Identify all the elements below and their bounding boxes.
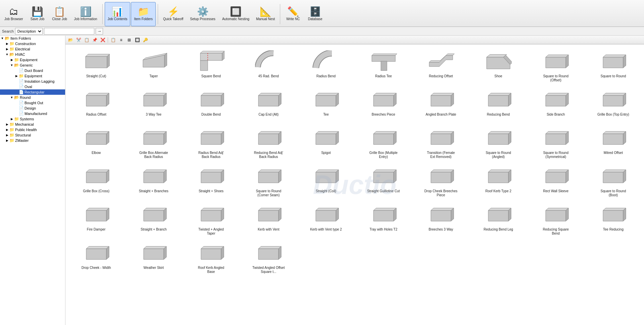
view-large-button[interactable]: 🔲 (134, 37, 141, 43)
tree-item-rectangular[interactable]: 📄Rectangular (0, 89, 65, 95)
tree-item-construction[interactable]: ▶📁Construction (0, 41, 65, 46)
delete-button[interactable]: ❌ (99, 37, 106, 43)
item-cell-radius-bend[interactable]: Radius Bend (298, 47, 354, 84)
item-cell-square-to-round-angled[interactable]: Square to Round (Angled) (470, 124, 526, 161)
item-cell-cap-end-alt[interactable]: Cap End (Alt) (241, 85, 297, 122)
item-cell-straight-branches[interactable]: Straight + Branches (126, 162, 182, 199)
item-cell-radius-bend-adj[interactable]: Radius Bend Adj' Back Radius (183, 124, 239, 161)
item-cell-fire-damper[interactable]: Fire Damper (68, 200, 124, 237)
item-cell-shoe[interactable]: Shoe (470, 47, 526, 84)
database-button[interactable]: 🗄️ Database (304, 2, 326, 26)
item-cell-kerb-with-vent-type2[interactable]: Kerb with Vent type 2 (298, 200, 354, 237)
manual-nest-button[interactable]: 📐 Manual Nest (253, 2, 278, 26)
close-job-button[interactable]: 📋 Close Job (49, 2, 70, 26)
item-cell-straight-guillotine-cut[interactable]: Straight Guillotine Cut (355, 162, 411, 199)
search-type-dropdown[interactable]: Description Item No Code (15, 28, 43, 35)
item-cell-square-to-round-symmetrical[interactable]: Square to Round (Symmetrical) (528, 124, 584, 161)
item-cell-side-branch[interactable]: Side Branch (528, 85, 584, 122)
item-folders-button[interactable]: 📁 Item Folders (131, 2, 156, 26)
item-cell-roof-kerb-type2[interactable]: Roof Kerb Type 2 (470, 162, 526, 199)
item-cell-elbow[interactable]: Elbow (68, 124, 124, 161)
tree-item-systems[interactable]: ▶📁Systems (0, 116, 65, 122)
item-cell-rect-wall-sleeve[interactable]: Rect Wall Sleeve (528, 162, 584, 199)
job-contents-button[interactable]: 📊 Job Contents (105, 2, 131, 26)
item-cell-tee-reducing[interactable]: Tee Reducing (585, 200, 641, 237)
view-details-button[interactable]: 📋 (109, 37, 117, 43)
copy-button[interactable]: 📋 (83, 37, 90, 43)
item-cell-square-to-round-offset[interactable]: Square to Round (Offset) (528, 47, 584, 84)
job-information-button[interactable]: ℹ️ Job Information (71, 2, 100, 26)
item-cell-weather-skirt[interactable]: Weather Skirt (126, 239, 182, 276)
item-cell-radius-tee[interactable]: Radius Tee (355, 47, 411, 84)
tree-item-round[interactable]: ▼📂Round (0, 95, 65, 100)
tree-item-design[interactable]: 📄Design (0, 106, 65, 111)
item-cell-square-to-round-corner-seam[interactable]: Square to Round (Corner Seam) (241, 162, 297, 199)
item-cell-reducing-bend[interactable]: Reducing Bend (470, 85, 526, 122)
item-label-reducing-offset: Reducing Offset (429, 74, 453, 78)
paste-button[interactable]: 📌 (91, 37, 98, 43)
save-job-button[interactable]: 💾 Save Job (27, 2, 48, 26)
tree-item-bought-out[interactable]: 📄Bought Out (0, 100, 65, 106)
item-cell-square-to-round[interactable]: Square to Round (585, 47, 641, 84)
tree-item-equipment2[interactable]: ▶📁Equipment (0, 73, 65, 79)
tree-item-mechanical[interactable]: ▶📁Mechanical (0, 122, 65, 127)
item-cell-angled-branch-plate[interactable]: Angled Branch Plate (413, 85, 469, 122)
item-cell-taper[interactable]: Taper (126, 47, 182, 84)
item-cell-radius-offset[interactable]: Radius Offset (68, 85, 124, 122)
tree-item-generic[interactable]: ▼📂Generic (0, 63, 65, 68)
tree-item-public-health[interactable]: ▶📁Public Health (0, 127, 65, 132)
item-cell-spigot[interactable]: Spigot (298, 124, 354, 161)
item-cell-roof-kerb-angled-base[interactable]: Roof Kerb Angled Base (183, 239, 239, 276)
item-cell-reducing-bend-adj[interactable]: Reducing Bend Adj' Back Radius (241, 124, 297, 161)
tree-item-zmaster[interactable]: ▶📁ZMaster (0, 138, 65, 143)
item-cell-drop-cheek-breeches[interactable]: Drop Cheek Breeches Piece (413, 162, 469, 199)
item-cell-straight-cut[interactable]: Straight (Cut) (68, 47, 124, 84)
search-go-button[interactable]: → (96, 28, 103, 35)
write-nc-button[interactable]: ✏️ Write NC (282, 2, 304, 26)
item-cell-double-bend[interactable]: Double Bend (183, 85, 239, 122)
tree-item-equipment[interactable]: ▶📁Equipment (0, 57, 65, 63)
item-cell-grille-box-cross[interactable]: Grille Box (Cross) (68, 162, 124, 199)
item-cell-tee[interactable]: Tee (298, 85, 354, 122)
item-cell-grille-box-top-entry[interactable]: Grille Box (Top Entry) (585, 85, 641, 122)
item-cell-twisted-angled-offset-square[interactable]: Twisted Angled Offset Square t... (241, 239, 297, 276)
cut-button[interactable]: ✂️ (75, 37, 82, 43)
item-cell-straight-branch[interactable]: Straight + Branch (126, 200, 182, 237)
job-browser-button[interactable]: 🗂 Job Browser (1, 2, 26, 26)
item-cell-tray-with-holes-t2[interactable]: Tray with Holes T2 (355, 200, 411, 237)
item-cell-grille-box-multiple[interactable]: Grille Box (Multiple Entry) (355, 124, 411, 161)
tree-item-electrical[interactable]: ▶📁Electrical (0, 46, 65, 52)
search-input[interactable] (44, 28, 94, 35)
setup-processes-button[interactable]: ⚙️ Setup Processes (187, 2, 218, 26)
item-cell-straight-shoes[interactable]: Straight + Shoes (183, 162, 239, 199)
item-cell-transition-female[interactable]: Transition (Female Ext Removed) (413, 124, 469, 161)
item-cell-reducing-square-bend[interactable]: Reducing Square Bend (528, 200, 584, 237)
tree-item-structural[interactable]: ▶📁Structural (0, 132, 65, 138)
tree-item-manufactured[interactable]: 📄Manufactured (0, 111, 65, 116)
item-cell-kerb-with-vent[interactable]: Kerb with Vent (241, 200, 297, 237)
item-cell-square-to-round-boot[interactable]: Square to Round (Boot) (585, 162, 641, 199)
properties-button[interactable]: 🔑 (142, 37, 149, 43)
item-cell-twisted-angled-taper[interactable]: Twisted + Angled Taper (183, 200, 239, 237)
item-cell-reducing-bend-leg[interactable]: Reducing Bend Leg (470, 200, 526, 237)
view-list-button[interactable]: ≡ (117, 37, 125, 43)
item-cell-breeches-piece[interactable]: Breeches Piece (355, 85, 411, 122)
automatic-nesting-button[interactable]: 🔲 Automatic Nesting (219, 2, 252, 26)
tree-item-oval[interactable]: 📄Oval (0, 84, 65, 89)
item-cell-square-bend[interactable]: Square Bend (183, 47, 239, 84)
open-folder-button[interactable]: 📂 (67, 37, 74, 43)
item-cell-mitred-offset[interactable]: Mitred Offset (585, 124, 641, 161)
item-cell-grille-box-alternate[interactable]: Grille Box Alternate Back Radius (126, 124, 182, 161)
item-cell-breeches-3-way[interactable]: Breeches 3 Way (413, 200, 469, 237)
tree-item-hvac[interactable]: ▼📂HVAC (0, 52, 65, 57)
tree-item-insulation-lagging[interactable]: 📄Insulation Lagging (0, 79, 65, 84)
item-cell-reducing-offset[interactable]: Reducing Offset (413, 47, 469, 84)
tree-item-duct-board[interactable]: 📄Duct Board (0, 68, 65, 73)
item-cell-straight-coil[interactable]: Straight (Coil) (298, 162, 354, 199)
item-cell-3-way-tee[interactable]: 3 Way Tee (126, 85, 182, 122)
view-grid-button[interactable]: ⊞ (126, 37, 133, 43)
quick-takeoff-button[interactable]: ⚡ Quick Takeoff (160, 2, 186, 26)
tree-item-item-folders-root[interactable]: ▼📂Item Folders (0, 36, 65, 41)
item-cell-drop-cheek-width[interactable]: Drop Cheek - Width (68, 239, 124, 276)
item-cell-45-rad-bend[interactable]: 45 Rad. Bend (241, 47, 297, 84)
